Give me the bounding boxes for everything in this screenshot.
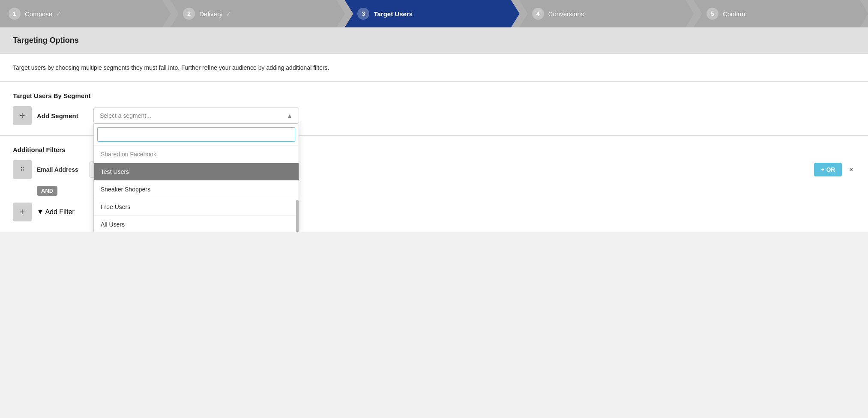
add-segment-row: + Add Segment Select a segment... ▲ Shar… xyxy=(13,106,855,125)
add-filter-label: ▼ Add Filter xyxy=(37,208,75,216)
step-label-conversions: Conversions xyxy=(548,10,584,18)
description-section: Target users by choosing multiple segmen… xyxy=(0,54,868,82)
dropdown-item-shared-fb[interactable]: Shared on Facebook xyxy=(94,146,299,163)
description-text: Target users by choosing multiple segmen… xyxy=(13,64,855,71)
step-num-confirm: 5 xyxy=(706,8,718,20)
filter-remove-button[interactable]: × xyxy=(847,164,855,176)
segment-select-button[interactable]: Select a segment... ▲ xyxy=(93,107,299,124)
targeting-options-header: Targeting Options xyxy=(0,27,868,54)
wizard-bar: 1 Compose ✓ 2 Delivery ✓ 3 Target Users … xyxy=(0,0,868,27)
check-icon-compose: ✓ xyxy=(56,10,61,18)
filter-or-button[interactable]: + OR xyxy=(814,163,842,176)
add-filter-plus-button[interactable]: + xyxy=(13,203,32,221)
step-num-delivery: 2 xyxy=(183,8,195,20)
segment-placeholder: Select a segment... xyxy=(100,112,151,119)
page-title: Targeting Options xyxy=(13,36,855,45)
step-label-confirm: Confirm xyxy=(723,10,745,18)
step-num-target: 3 xyxy=(357,8,369,20)
add-segment-label: Add Segment xyxy=(37,112,88,119)
filter-drag-handle[interactable]: ⠿ xyxy=(13,160,32,179)
segment-dropdown-container: Select a segment... ▲ Shared on Facebook… xyxy=(93,107,299,124)
dropdown-item-test-users[interactable]: Test Users xyxy=(94,163,299,181)
main-content: Targeting Options Target users by choosi… xyxy=(0,27,868,232)
filter-email-label: Email Address xyxy=(37,166,84,173)
check-icon-delivery: ✓ xyxy=(226,10,231,18)
wizard-step-conversions[interactable]: 4 Conversions xyxy=(519,0,694,27)
dropdown-item-sneaker-shoppers[interactable]: Sneaker Shoppers xyxy=(94,181,299,198)
chevron-up-icon: ▲ xyxy=(287,112,293,119)
wizard-step-compose[interactable]: 1 Compose ✓ xyxy=(0,0,171,27)
step-label-delivery: Delivery xyxy=(199,10,222,18)
dropdown-search-container xyxy=(94,124,299,146)
step-num-compose: 1 xyxy=(9,8,21,20)
dropdown-item-free-users[interactable]: Free Users xyxy=(94,198,299,216)
and-badge: AND xyxy=(37,186,57,196)
segment-section-title: Target Users By Segment xyxy=(13,92,855,99)
wizard-step-confirm[interactable]: 5 Confirm xyxy=(694,0,868,27)
segment-dropdown-menu: Shared on Facebook Test Users Sneaker Sh… xyxy=(93,124,299,232)
wizard-step-delivery[interactable]: 2 Delivery ✓ xyxy=(170,0,345,27)
step-label-compose: Compose xyxy=(25,10,52,18)
dropdown-item-all-users[interactable]: All Users xyxy=(94,216,299,232)
segment-section: Target Users By Segment + Add Segment Se… xyxy=(0,82,868,136)
scrollbar-thumb[interactable] xyxy=(296,200,299,232)
segment-search-input[interactable] xyxy=(97,127,295,142)
step-label-target: Target Users xyxy=(374,10,413,18)
step-num-conversions: 4 xyxy=(532,8,544,20)
add-segment-plus-button[interactable]: + xyxy=(13,106,32,125)
wizard-step-target-users[interactable]: 3 Target Users xyxy=(344,0,519,27)
